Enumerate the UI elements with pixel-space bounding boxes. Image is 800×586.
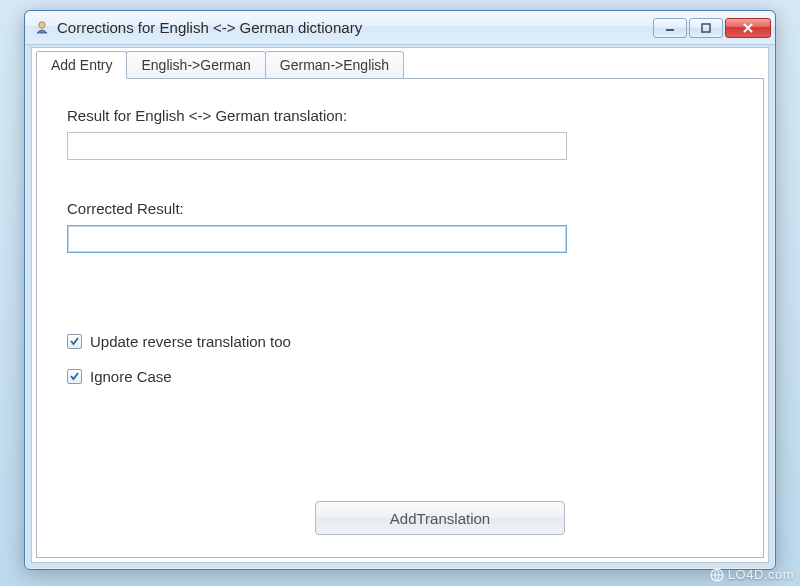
- tab-add-entry[interactable]: Add Entry: [36, 51, 127, 79]
- corrected-field-group: Corrected Result:: [67, 200, 733, 253]
- update-reverse-checkbox[interactable]: [67, 334, 82, 349]
- client-area: Add Entry English->German German->Englis…: [31, 47, 769, 563]
- ignore-case-label: Ignore Case: [90, 368, 172, 385]
- corrected-input[interactable]: [67, 225, 567, 253]
- result-input[interactable]: [67, 132, 567, 160]
- svg-point-0: [39, 21, 45, 27]
- update-reverse-label: Update reverse translation too: [90, 333, 291, 350]
- tab-strip: Add Entry English->German German->Englis…: [32, 49, 768, 79]
- app-icon: [33, 19, 51, 37]
- svg-rect-2: [702, 24, 710, 32]
- ignore-case-row: Ignore Case: [67, 368, 733, 385]
- tab-label: Add Entry: [51, 57, 112, 73]
- result-label: Result for English <-> German translatio…: [67, 107, 733, 124]
- tab-label: German->English: [280, 57, 389, 73]
- tab-label: English->German: [141, 57, 250, 73]
- result-field-group: Result for English <-> German translatio…: [67, 107, 733, 160]
- window-title: Corrections for English <-> German dicti…: [57, 19, 653, 36]
- tab-panel-add-entry: Result for English <-> German translatio…: [36, 78, 764, 558]
- minimize-button[interactable]: [653, 18, 687, 38]
- add-translation-button[interactable]: AddTranslation: [315, 501, 565, 535]
- maximize-button[interactable]: [689, 18, 723, 38]
- window-buttons: [653, 18, 771, 38]
- watermark-text: LO4D.com: [728, 567, 794, 582]
- watermark: LO4D.com: [710, 567, 794, 582]
- ignore-case-checkbox[interactable]: [67, 369, 82, 384]
- svg-rect-1: [666, 29, 674, 31]
- titlebar[interactable]: Corrections for English <-> German dicti…: [25, 11, 775, 45]
- update-reverse-row: Update reverse translation too: [67, 333, 733, 350]
- close-button[interactable]: [725, 18, 771, 38]
- tab-german-english[interactable]: German->English: [265, 51, 404, 79]
- dialog-window: Corrections for English <-> German dicti…: [24, 10, 776, 570]
- globe-icon: [710, 568, 724, 582]
- tab-english-german[interactable]: English->German: [126, 51, 265, 79]
- corrected-label: Corrected Result:: [67, 200, 733, 217]
- add-translation-label: AddTranslation: [390, 510, 490, 527]
